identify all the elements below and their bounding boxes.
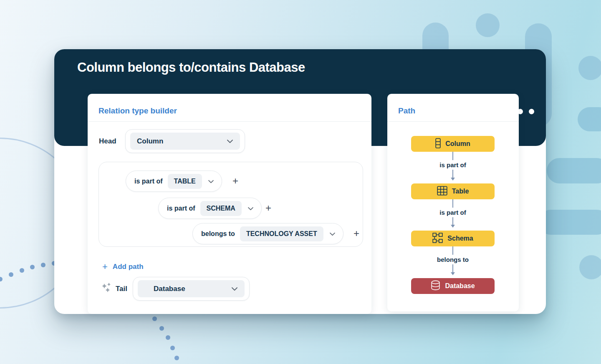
window-title: Column belongs to/contains Database: [77, 60, 305, 75]
path-node-label: Database: [445, 282, 475, 290]
head-label: Head: [99, 137, 116, 146]
edge-line: [452, 199, 453, 208]
tail-dropdown-inner: Database: [138, 280, 245, 297]
arrow-down-icon: [451, 225, 455, 228]
bg-dot: [166, 335, 170, 340]
relation-row-technology-asset[interactable]: belongs to TECHNOLOGY ASSET: [192, 223, 343, 244]
schema-icon: [432, 233, 443, 245]
bg-dot: [152, 316, 157, 321]
bg-pill-right-1: [578, 107, 601, 131]
chevron-down-icon: [231, 285, 238, 293]
table-icon: [437, 186, 447, 197]
edge-line: [452, 217, 453, 225]
path-node-table: Table: [411, 183, 495, 199]
chevron-down-icon: [227, 138, 233, 145]
tail-dropdown-value: Database: [154, 285, 185, 293]
bg-circle-right-1: [578, 56, 601, 80]
bg-dot: [30, 265, 35, 269]
edge-line: [452, 264, 453, 272]
head-dropdown-value: Column: [137, 137, 163, 146]
relation-row-value: TABLE: [168, 174, 202, 189]
add-relation-button[interactable]: +: [231, 177, 240, 186]
bg-circle-right-2: [579, 255, 601, 279]
divider: [88, 121, 371, 122]
edge-line: [452, 152, 453, 160]
tail-dropdown[interactable]: Database: [133, 277, 250, 301]
path-node-label: Column: [445, 140, 470, 148]
bg-band-right: [538, 210, 601, 235]
add-path-button[interactable]: + Add path: [102, 261, 144, 272]
relation-type-builder-panel: Relation type builder Head Column is par…: [88, 94, 371, 314]
sparkles-icon: [100, 282, 114, 297]
head-dropdown-inner: Column: [130, 133, 240, 150]
bg-dot: [174, 356, 179, 360]
path-node-label: Table: [452, 188, 469, 195]
database-icon: [431, 280, 440, 292]
bg-dot: [159, 326, 164, 331]
edge-line: [452, 246, 453, 255]
path-node-database: Database: [411, 278, 495, 294]
app-window: Column belongs to/contains Database Rela…: [54, 49, 546, 314]
relation-row-value: SCHEMA: [200, 201, 242, 216]
path-edge-3: belongs to: [411, 246, 495, 278]
relation-row-label: belongs to: [201, 230, 235, 238]
edge-label: is part of: [439, 160, 466, 170]
column-icon: [435, 138, 441, 150]
path-node-label: Schema: [447, 235, 473, 242]
add-relation-button[interactable]: +: [352, 229, 361, 238]
edge-label: is part of: [439, 208, 466, 217]
bg-circle-top: [476, 13, 500, 37]
add-relation-button[interactable]: +: [264, 204, 273, 213]
builder-panel-title: Relation type builder: [98, 106, 177, 115]
plus-icon: +: [102, 261, 108, 272]
bg-dot: [9, 272, 13, 277]
tail-label: Tail: [116, 285, 127, 293]
path-node-column: Column: [411, 136, 495, 152]
bg-dot: [20, 268, 24, 273]
arrow-down-icon: [451, 272, 455, 275]
path-edge-2: is part of: [411, 199, 495, 231]
chevron-down-icon[interactable]: [208, 178, 214, 185]
desktop-background: { "window": { "title": "Column belongs t…: [0, 0, 601, 364]
relation-row-schema[interactable]: is part of SCHEMA: [158, 198, 262, 219]
relation-row-table[interactable]: is part of TABLE: [126, 171, 222, 192]
relation-rows-container: is part of TABLE + is part of SCHEMA + b…: [98, 162, 363, 247]
edge-line: [452, 170, 453, 178]
head-dropdown[interactable]: Column: [125, 129, 245, 153]
relation-row-label: is part of: [134, 178, 163, 185]
relation-row-label: is part of: [167, 205, 195, 212]
add-path-label: Add path: [113, 263, 144, 271]
path-panel-title: Path: [398, 106, 415, 115]
divider: [387, 121, 519, 122]
chevron-down-icon[interactable]: [329, 230, 336, 238]
path-panel: Path Column is part of: [387, 94, 519, 311]
relation-row-value: TECHNOLOGY ASSET: [240, 226, 323, 241]
path-node-schema: Schema: [411, 231, 495, 246]
bg-pill-right-2: [547, 158, 601, 183]
bg-dot: [170, 346, 175, 350]
chevron-down-icon[interactable]: [247, 205, 254, 212]
edge-label: belongs to: [437, 255, 469, 264]
bg-dot: [41, 263, 45, 267]
menu-dot-icon: [529, 109, 534, 114]
path-edge-1: is part of: [411, 152, 495, 183]
arrow-down-icon: [451, 178, 455, 181]
